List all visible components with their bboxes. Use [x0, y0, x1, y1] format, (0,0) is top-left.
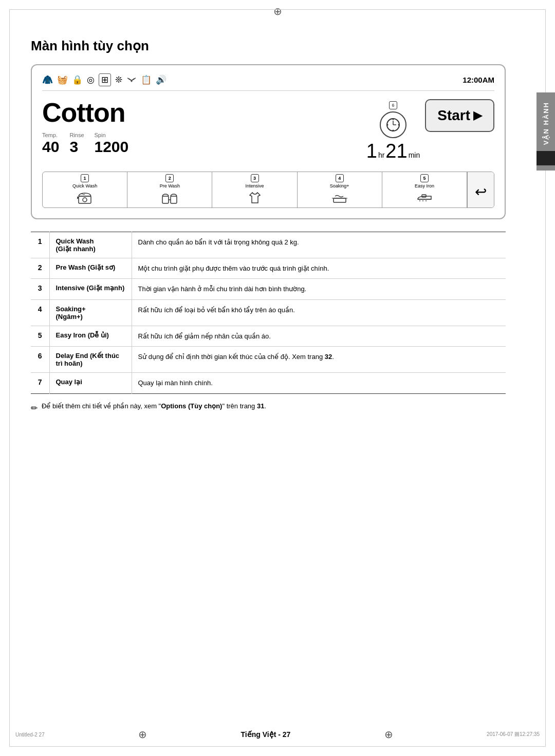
side-tab-black-block [536, 151, 555, 165]
table-row: 6 Delay End (Kết thúc trì hoãn) Sử dụng … [31, 347, 506, 373]
spin-label: Spin [95, 132, 106, 138]
num-badge-6: 6 [389, 101, 397, 109]
row-term-5: Easy Iron (Dễ ủi) [49, 326, 132, 347]
note-section: ✏ Để biết thêm chi tiết về phần này, xem… [31, 402, 506, 413]
display-body-left: Cotton Temp. 40 Rinse 3 Spin 1200 [42, 97, 361, 156]
num-badge-1: 1 [81, 174, 89, 182]
option-icon-quick-wash [77, 191, 92, 207]
row-term-3: Intensive (Giặt mạnh) [49, 279, 132, 300]
svg-point-0 [131, 81, 133, 82]
info-table: 1 Quick Wash(Giặt nhanh) Dành cho quần á… [31, 232, 506, 394]
table-row: 4 Soaking+(Ngâm+) Rất hữu ích để loại bỏ… [31, 299, 506, 326]
num-badge-2: 2 [165, 174, 174, 182]
svg-rect-14 [162, 196, 169, 203]
program-name: Cotton [42, 97, 361, 128]
option-label-quick-wash: Quick Wash [72, 183, 97, 189]
option-pre-wash[interactable]: 2 Pre Wash [127, 172, 212, 207]
row-num-6: 6 [31, 347, 49, 373]
svg-point-10 [83, 198, 87, 202]
bottom-bar: Untitled-2 27 ⊕ Tiếng Việt - 27 ⊕ 2017-0… [0, 728, 555, 741]
footer-center: Tiếng Việt - 27 [240, 730, 290, 739]
option-label-soaking: Soaking+ [330, 183, 349, 189]
crosshair-bottom-right-icon: ⊕ [384, 728, 393, 741]
crosshair-top-icon: ⊕ [273, 5, 282, 17]
page-border-bottom [9, 746, 546, 747]
option-label-easy-iron: Easy Iron [415, 183, 434, 189]
svg-point-4 [398, 124, 399, 126]
num-badge-5: 5 [420, 174, 429, 182]
svg-point-22 [422, 200, 423, 201]
rinse-value: 3 [69, 138, 78, 156]
option-icon-pre-wash [162, 191, 177, 207]
option-intensive[interactable]: 3 Intensive [212, 172, 297, 207]
row-term-7: Quay lại [49, 373, 132, 394]
table-row: 5 Easy Iron (Dễ ủi) Rất hữu ích để giảm … [31, 326, 506, 347]
footer-left: Untitled-2 27 [15, 732, 45, 738]
option-icon-intensive [247, 191, 263, 207]
temp-value: 40 [42, 138, 59, 156]
icon-lock: 🔒 [72, 74, 83, 85]
param-temp: Temp. 40 [42, 132, 59, 156]
option-easy-iron[interactable]: 5 Easy Iron [382, 172, 467, 207]
display-body-right: Start ▶ [425, 99, 494, 132]
param-spin: Spin 1200 [95, 132, 129, 156]
icon-speaker: 🔊 [156, 74, 166, 85]
option-icon-soaking [332, 191, 347, 207]
footer-right: 2017-06-07 圖12:27:35 [487, 731, 540, 738]
row-num-4: 4 [31, 299, 49, 326]
row-term-2: Pre Wash (Giặt sơ) [49, 258, 132, 279]
options-section: 1 Quick Wash [42, 172, 494, 208]
option-soaking[interactable]: 4 Soaking+ [298, 172, 382, 207]
icon-hand: 🧥 [42, 74, 53, 85]
row-desc-3: Thời gian vận hành ở mỗi chu trình dài h… [132, 279, 506, 300]
row-desc-7: Quay lại màn hình chính. [132, 373, 506, 394]
num-badge-3: 3 [251, 174, 259, 182]
note-text: Để biết thêm chi tiết về phần này, xem "… [42, 402, 266, 410]
temp-label: Temp. [42, 132, 58, 138]
row-num-5: 5 [31, 326, 49, 347]
back-icon: ↩ [475, 183, 487, 200]
rinse-label: Rinse [69, 132, 84, 138]
num-badge-4: 4 [336, 174, 344, 182]
start-label: Start [437, 107, 470, 124]
row-term-4: Soaking+(Ngâm+) [49, 299, 132, 326]
icon-grid: ⊞ [99, 73, 111, 86]
cycle-button[interactable] [380, 111, 406, 138]
icon-dial: ◎ [87, 74, 95, 85]
spin-value: 1200 [95, 138, 129, 156]
page-title: Màn hình tùy chọn [31, 38, 506, 54]
panel-top-bar: 🧥 🧺 🔒 ◎ ⊞ ❊ 📋 🔊 12:00AM [42, 73, 494, 91]
row-desc-6: Sử dụng để chỉ định thời gian kết thúc c… [132, 347, 506, 373]
option-icon-easy-iron [416, 191, 433, 207]
back-button[interactable]: ↩ [467, 172, 494, 207]
crosshair-bottom-icon: ⊕ [138, 728, 147, 741]
duration-hr-unit: hr [378, 151, 384, 159]
side-tab: VẬN HÀNH [536, 92, 555, 171]
row-term-1: Quick Wash(Giặt nhanh) [49, 232, 132, 258]
svg-point-5 [392, 130, 394, 131]
svg-rect-15 [171, 196, 177, 203]
options-bar: 1 Quick Wash [42, 172, 494, 208]
row-num-3: 3 [31, 279, 49, 300]
row-num-2: 2 [31, 258, 49, 279]
option-quick-wash[interactable]: 1 Quick Wash [43, 172, 127, 207]
table-row: 7 Quay lại Quay lại màn hình chính. [31, 373, 506, 394]
display-body: Cotton Temp. 40 Rinse 3 Spin 1200 [42, 97, 494, 162]
main-content: Màn hình tùy chọn 🧥 🧺 🔒 ◎ ⊞ ❊ 📋 🔊 12 [31, 38, 506, 413]
note-icon: ✏ [31, 403, 38, 413]
params-row: Temp. 40 Rinse 3 Spin 1200 [42, 132, 361, 156]
side-tab-label: VẬN HÀNH [540, 98, 552, 149]
table-row: 1 Quick Wash(Giặt nhanh) Dành cho quần á… [31, 232, 506, 258]
display-panel: 🧥 🧺 🔒 ◎ ⊞ ❊ 📋 🔊 12:00AM [31, 64, 506, 219]
svg-point-2 [392, 119, 394, 120]
duration-min: 21 [385, 140, 407, 162]
row-desc-2: Một chu trình giặt phụ được thêm vào trư… [132, 258, 506, 279]
option-label-intensive: Intensive [245, 183, 264, 189]
row-num-7: 7 [31, 373, 49, 394]
icon-clipboard: 📋 [141, 74, 152, 85]
start-arrow-icon: ▶ [473, 109, 482, 122]
page-border-left [9, 9, 10, 747]
duration-hr: 1 [366, 140, 377, 162]
option-label-pre-wash: Pre Wash [160, 183, 180, 189]
start-button[interactable]: Start ▶ [425, 99, 494, 132]
